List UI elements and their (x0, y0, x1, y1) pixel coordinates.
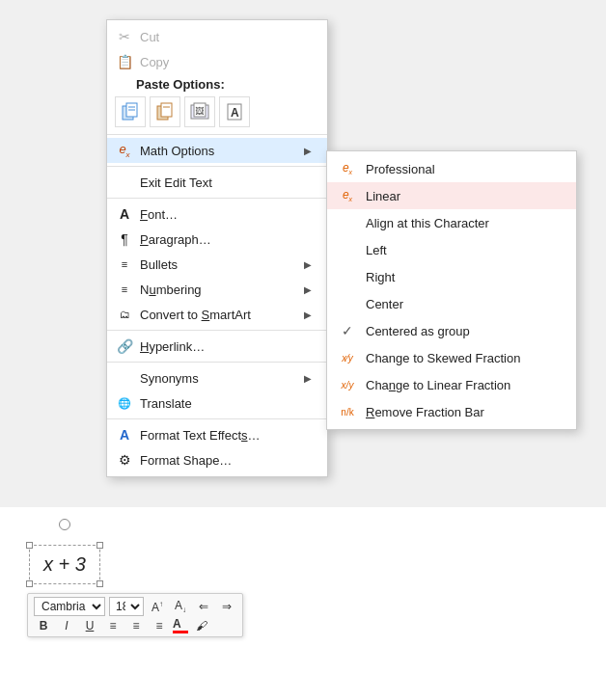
numbering-label: Numbering (140, 283, 298, 297)
paragraph-label: Paragraph… (140, 232, 312, 247)
menu-item-cut[interactable]: ✂ Cut (107, 24, 327, 49)
resize-handle-tl[interactable] (26, 542, 33, 549)
format-text-label: Format Text Effects… (140, 428, 312, 443)
remove-bar-label: Remove Fraction Bar (366, 405, 561, 419)
remove-bar-icon: n/k (337, 407, 358, 417)
exit-edit-label: Exit Edit Text (140, 175, 312, 190)
paste-btn-1[interactable] (115, 96, 146, 127)
align-left-button[interactable]: ≡ (103, 618, 123, 633)
submenu-item-linear[interactable]: ex Linear (327, 182, 576, 209)
svg-text:A: A (231, 106, 239, 120)
separator-1 (107, 134, 327, 135)
resize-handle-tr[interactable] (96, 542, 103, 549)
math-options-submenu: ex Professional ex Linear Align at this … (326, 150, 577, 430)
menu-item-exit-edit[interactable]: Exit Edit Text (107, 170, 327, 195)
centered-group-check: ✓ (337, 323, 358, 338)
submenu-item-centered-group[interactable]: ✓ Centered as group (327, 317, 576, 344)
menu-item-paragraph[interactable]: ¶ Paragraph… (107, 227, 327, 252)
professional-icon: ex (337, 161, 358, 175)
submenu-item-remove-bar[interactable]: n/k Remove Fraction Bar (327, 398, 576, 425)
math-icon: ex (115, 142, 134, 159)
right-label: Right (366, 270, 561, 284)
separator-6 (107, 418, 327, 419)
menu-item-translate[interactable]: 🌐 Translate (107, 390, 327, 416)
bullets-label: Bullets (140, 257, 298, 272)
rotation-handle[interactable] (59, 519, 70, 530)
menu-item-numbering[interactable]: ≡ Numbering ▶ (107, 277, 327, 302)
menu-item-bullets[interactable]: ≡ Bullets ▶ (107, 252, 327, 277)
center-label: Center (366, 297, 561, 311)
font-icon: A (115, 206, 134, 222)
copy-label: Copy (140, 55, 312, 69)
resize-handle-br[interactable] (96, 580, 103, 587)
toolbar-row-2: B I U ≡ ≡ ≡ A 🖌 (34, 618, 236, 633)
mini-toolbar: Cambria 18 A↑ A↓ ⇐ ⇒ B I U ≡ ≡ ≡ A 🖌 (27, 593, 243, 637)
hyperlink-label: Hyperlink… (140, 339, 312, 354)
font-selector[interactable]: Cambria (34, 597, 105, 616)
font-grow-button[interactable]: A↑ (148, 599, 167, 615)
font-shrink-button[interactable]: A↓ (171, 598, 190, 615)
menu-item-math-options[interactable]: ex Math Options ▶ (107, 138, 327, 163)
font-size-selector[interactable]: 18 (109, 597, 144, 616)
submenu-item-professional[interactable]: ex Professional (327, 155, 576, 182)
submenu-item-linear-fraction[interactable]: x/y Change to Linear Fraction (327, 371, 576, 398)
synonyms-arrow: ▶ (304, 373, 312, 384)
paste-options-label: Paste Options: (107, 74, 327, 93)
skewed-fraction-label: Change to Skewed Fraction (366, 351, 561, 365)
align-center-button[interactable]: ≡ (126, 618, 146, 633)
menu-item-copy[interactable]: 📋 Copy (107, 49, 327, 74)
separator-2 (107, 166, 327, 167)
paste-btn-4[interactable]: A (219, 96, 250, 127)
synonyms-label: Synonyms (140, 371, 298, 386)
italic-button[interactable]: I (57, 618, 76, 633)
font-color-button[interactable]: A (173, 618, 188, 633)
context-menu: ✂ Cut 📋 Copy Paste Options: 🖼 A ex Math … (106, 19, 328, 477)
underline-button[interactable]: U (80, 618, 99, 633)
menu-item-synonyms[interactable]: Synonyms ▶ (107, 365, 327, 390)
translate-label: Translate (140, 396, 312, 411)
menu-item-font[interactable]: A Font… (107, 202, 327, 227)
highlight-button[interactable]: 🖌 (192, 618, 211, 633)
submenu-item-align-char[interactable]: Align at this Character (327, 209, 576, 236)
numbering-arrow: ▶ (304, 284, 312, 295)
format-shape-label: Format Shape… (140, 453, 312, 468)
menu-item-format-text[interactable]: A Format Text Effects… (107, 422, 327, 447)
submenu-item-left[interactable]: Left (327, 236, 576, 263)
increase-indent-button[interactable]: ⇒ (217, 599, 236, 614)
numbering-icon: ≡ (115, 283, 134, 295)
bullets-arrow: ▶ (304, 259, 312, 270)
equation-box[interactable]: x + 3 (29, 545, 100, 584)
skewed-fraction-icon: x∕y (337, 353, 358, 363)
submenu-item-skewed-fraction[interactable]: x∕y Change to Skewed Fraction (327, 344, 576, 371)
professional-label: Professional (366, 162, 561, 176)
decrease-indent-button[interactable]: ⇐ (194, 599, 213, 614)
menu-item-smartart[interactable]: 🗂 Convert to SmartArt ▶ (107, 302, 327, 327)
smartart-arrow: ▶ (304, 310, 312, 320)
linear-label: Linear (366, 189, 561, 203)
math-options-arrow: ▶ (304, 146, 312, 156)
format-text-icon: A (115, 427, 134, 443)
linear-fraction-icon: x/y (337, 380, 358, 390)
linear-icon: ex (337, 188, 358, 202)
separator-5 (107, 362, 327, 363)
separator-3 (107, 198, 327, 199)
menu-item-format-shape[interactable]: ⚙ Format Shape… (107, 447, 327, 472)
math-options-label: Math Options (140, 144, 298, 158)
paste-btn-3[interactable]: 🖼 (184, 96, 215, 127)
smartart-label: Convert to SmartArt (140, 308, 298, 322)
translate-icon: 🌐 (115, 397, 134, 410)
resize-handle-bl[interactable] (26, 580, 33, 587)
bullets-icon: ≡ (115, 258, 134, 270)
bold-button[interactable]: B (34, 618, 53, 633)
svg-text:🖼: 🖼 (195, 106, 204, 116)
smartart-icon: 🗂 (115, 309, 134, 320)
format-shape-icon: ⚙ (115, 452, 134, 468)
paste-btn-2[interactable] (150, 96, 180, 127)
equation-text: x + 3 (43, 553, 86, 576)
align-right-button[interactable]: ≡ (150, 618, 169, 633)
separator-4 (107, 330, 327, 331)
submenu-item-center[interactable]: Center (327, 290, 576, 317)
menu-item-hyperlink[interactable]: 🔗 Hyperlink… (107, 334, 327, 359)
submenu-item-right[interactable]: Right (327, 263, 576, 290)
cut-icon: ✂ (115, 29, 134, 44)
